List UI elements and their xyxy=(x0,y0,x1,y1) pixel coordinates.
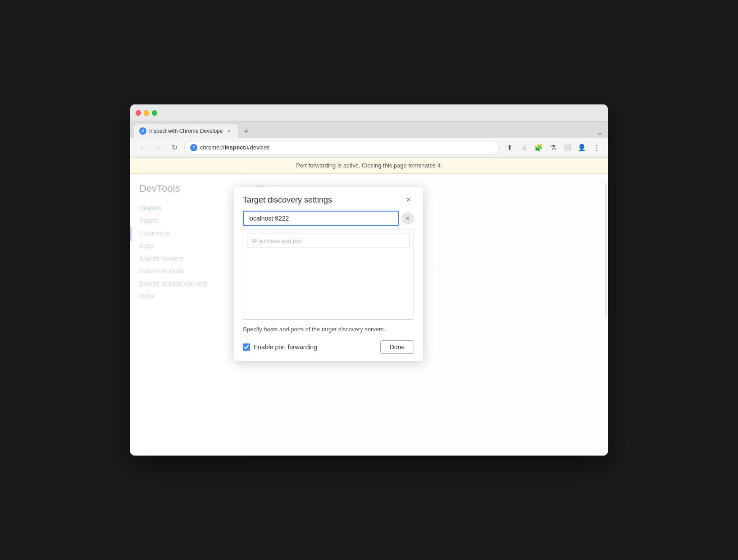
close-window-button[interactable] xyxy=(136,110,141,116)
modal-overlay: Target discovery settings × × Specify ho… xyxy=(130,174,608,456)
url-favicon-icon: ⚙ xyxy=(190,144,197,151)
host-input-clear-button[interactable]: × xyxy=(401,212,414,225)
tab-list-chevron-icon[interactable]: ⌄ xyxy=(595,127,604,138)
url-path: /#devices xyxy=(245,144,270,151)
page-content: DevTools Devices Pages Extensions Apps S… xyxy=(130,174,608,456)
dialog-close-button[interactable]: × xyxy=(403,194,414,205)
maximize-window-button[interactable] xyxy=(152,110,157,116)
dialog-body: × Specify hosts and ports of the target … xyxy=(234,211,423,361)
url-actions: ⬆ ☆ 🧩 ⚗ ⬜ 👤 ⋮ xyxy=(503,141,602,154)
enable-port-forwarding-label[interactable]: Enable port forwarding xyxy=(243,343,317,351)
url-bar[interactable]: ⚙ chrome://inspect/#devices xyxy=(184,141,500,154)
new-tab-button[interactable]: + xyxy=(240,125,252,138)
checkbox-label-text: Enable port forwarding xyxy=(254,343,317,351)
split-screen-button[interactable]: ⬜ xyxy=(561,141,574,154)
share-button[interactable]: ⬆ xyxy=(503,141,516,154)
target-discovery-dialog: Target discovery settings × × Specify ho… xyxy=(234,187,423,361)
browser-window: ⚙ Inspect with Chrome Develope × + ⌄ ‹ ›… xyxy=(130,104,608,456)
host-input[interactable] xyxy=(243,211,399,226)
tab-favicon-icon: ⚙ xyxy=(139,127,146,135)
dialog-footer: Enable port forwarding Done xyxy=(243,340,414,354)
url-scheme: chrome:// xyxy=(200,144,224,151)
hosts-area[interactable] xyxy=(243,230,414,320)
minimize-window-button[interactable] xyxy=(144,110,149,116)
host-input-row: × xyxy=(243,211,414,226)
description-text: Specify hosts and ports of the target di… xyxy=(243,325,414,334)
title-bar xyxy=(130,104,608,122)
address-bar: ‹ › ↻ ⚙ chrome://inspect/#devices ⬆ ☆ 🧩 … xyxy=(130,138,608,158)
tab-close-button[interactable]: × xyxy=(225,127,232,135)
forward-button[interactable]: › xyxy=(152,141,164,154)
devtools-button[interactable]: ⚗ xyxy=(547,141,559,154)
port-banner-text: Port forwarding is active. Closing this … xyxy=(296,162,442,169)
done-button[interactable]: Done xyxy=(380,340,414,354)
tab-title: Inspect with Chrome Develope xyxy=(149,128,223,134)
menu-button[interactable]: ⋮ xyxy=(590,141,602,154)
dialog-header: Target discovery settings × xyxy=(234,187,423,211)
active-tab[interactable]: ⚙ Inspect with Chrome Develope × xyxy=(134,124,238,138)
dialog-title: Target discovery settings xyxy=(243,195,332,205)
extensions-button[interactable]: 🧩 xyxy=(532,141,545,154)
traffic-lights xyxy=(136,110,157,116)
ip-address-input[interactable] xyxy=(247,234,410,248)
enable-port-forwarding-checkbox[interactable] xyxy=(243,343,250,351)
url-text: chrome://inspect/#devices xyxy=(200,144,270,151)
back-button[interactable]: ‹ xyxy=(136,141,148,154)
profile-button[interactable]: 👤 xyxy=(575,141,588,154)
url-host: inspect xyxy=(224,144,245,151)
bookmark-button[interactable]: ☆ xyxy=(518,141,530,154)
tab-bar: ⚙ Inspect with Chrome Develope × + ⌄ xyxy=(130,122,608,138)
reload-button[interactable]: ↻ xyxy=(168,141,181,154)
port-forwarding-banner: Port forwarding is active. Closing this … xyxy=(130,158,608,174)
